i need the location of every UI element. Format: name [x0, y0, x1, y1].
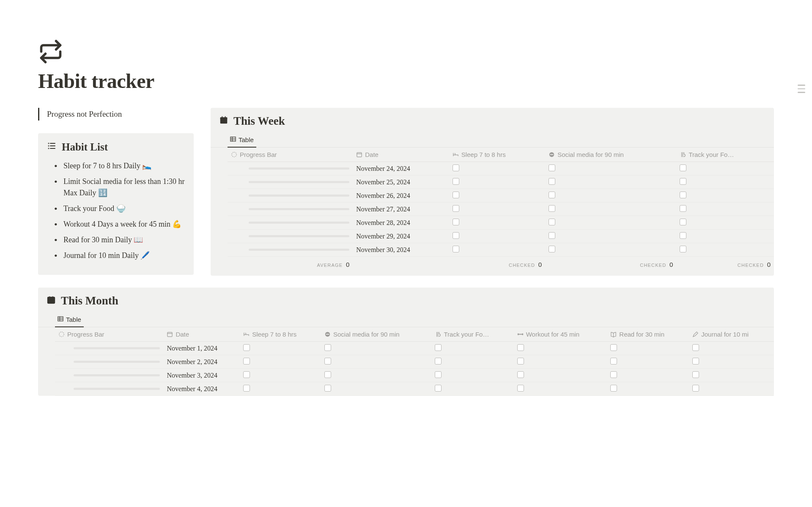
checkbox[interactable] [517, 371, 524, 378]
habit-list-title: Habit List [62, 141, 108, 153]
progress-icon [58, 331, 65, 337]
table-row[interactable]: November 3, 2024 [55, 369, 774, 382]
checkbox[interactable] [517, 358, 524, 364]
checkbox[interactable] [517, 385, 524, 392]
checkbox[interactable] [549, 178, 555, 185]
col-read[interactable]: Read for 30 min [619, 331, 664, 338]
checkbox[interactable] [453, 246, 459, 252]
checkbox[interactable] [680, 232, 686, 239]
checkbox[interactable] [435, 385, 442, 392]
tab-table[interactable]: Table [228, 134, 256, 148]
checkbox[interactable] [549, 232, 555, 239]
checkbox[interactable] [549, 164, 555, 171]
avg-value: 0 [346, 261, 349, 268]
table-row[interactable]: November 29, 2024 [228, 230, 774, 243]
svg-rect-15 [357, 153, 362, 157]
table-row[interactable]: November 26, 2024 [228, 189, 774, 203]
checkbox[interactable] [610, 385, 617, 392]
progress-bar [249, 167, 349, 170]
checkbox[interactable] [610, 344, 617, 351]
tab-table-month[interactable]: Table [55, 313, 84, 327]
checkbox[interactable] [453, 219, 459, 225]
checkbox[interactable] [680, 192, 686, 198]
checkbox[interactable] [453, 192, 459, 198]
checkbox[interactable] [435, 371, 442, 378]
checkbox[interactable] [680, 246, 686, 252]
table-row[interactable]: November 1, 2024 [55, 342, 774, 355]
checked-value: 0 [669, 261, 673, 268]
date-cell: November 29, 2024 [353, 230, 449, 243]
checkbox[interactable] [680, 219, 686, 225]
checkbox[interactable] [243, 344, 250, 351]
table-row[interactable]: November 27, 2024 [228, 203, 774, 216]
table-row[interactable]: November 24, 2024 [228, 162, 774, 175]
checkbox[interactable] [692, 371, 699, 378]
checkbox[interactable] [549, 246, 555, 252]
page-outline-toggle[interactable] [798, 85, 805, 93]
table-row[interactable]: November 2, 2024 [55, 355, 774, 369]
habit-list-item[interactable]: Journal for 10 min Daily 🖊️ [54, 250, 185, 261]
habit-list-item[interactable]: Limit Social media for less than 1:30 hr… [54, 176, 185, 199]
checkbox[interactable] [610, 358, 617, 364]
checkbox[interactable] [549, 219, 555, 225]
checkbox[interactable] [453, 205, 459, 212]
progress-bar [249, 195, 349, 197]
habit-list-item[interactable]: Track your Food 🍚 [54, 203, 185, 214]
habit-list-item[interactable]: Workout 4 Days a week for 45 min 💪 [54, 219, 185, 230]
checkbox[interactable] [324, 371, 331, 378]
checkbox[interactable] [680, 178, 686, 185]
checkbox[interactable] [549, 192, 555, 198]
checkbox[interactable] [453, 164, 459, 171]
this-month-title: This Month [61, 294, 118, 307]
checkbox[interactable] [680, 205, 686, 212]
checkbox[interactable] [517, 344, 524, 351]
checkbox[interactable] [243, 385, 250, 392]
checkbox[interactable] [610, 371, 617, 378]
week-table: Progress Bar Date Sleep 7 to 8 hrs Socia… [228, 148, 774, 271]
checkbox[interactable] [243, 371, 250, 378]
col-progress[interactable]: Progress Bar [67, 331, 104, 338]
col-workout[interactable]: Workout for 45 min [526, 331, 579, 338]
date-icon [356, 151, 362, 158]
checkbox[interactable] [453, 232, 459, 239]
checkbox[interactable] [692, 344, 699, 351]
table-row[interactable]: November 25, 2024 [228, 175, 774, 189]
checked-label: CHECKED [509, 263, 535, 268]
page-title[interactable]: Habit tracker [38, 69, 774, 93]
col-date[interactable]: Date [176, 331, 189, 338]
svg-point-3 [49, 143, 49, 144]
table-row[interactable]: November 28, 2024 [228, 216, 774, 230]
quote-block[interactable]: Progress not Perfection [38, 108, 194, 121]
col-date[interactable]: Date [365, 151, 379, 158]
bed-icon [453, 151, 459, 158]
habit-list-item[interactable]: Sleep for 7 to 8 hrs Daily 🛌 [54, 160, 185, 172]
col-progress[interactable]: Progress Bar [240, 151, 277, 158]
svg-point-14 [232, 152, 236, 157]
checkbox[interactable] [324, 385, 331, 392]
progress-bar [74, 374, 160, 376]
checkbox[interactable] [324, 344, 331, 351]
col-sleep[interactable]: Sleep 7 to 8 hrs [252, 331, 296, 338]
habit-list: Sleep for 7 to 8 hrs Daily 🛌 Limit Socia… [47, 160, 185, 261]
checkbox[interactable] [435, 358, 442, 364]
table-row[interactable]: November 4, 2024 [55, 382, 774, 396]
checkbox[interactable] [680, 164, 686, 171]
checkbox[interactable] [453, 178, 459, 185]
col-social[interactable]: Social media for 90 min [333, 331, 400, 338]
col-journal[interactable]: Journal for 10 mi [701, 331, 749, 338]
svg-point-5 [49, 148, 49, 149]
checkbox[interactable] [324, 358, 331, 364]
col-social[interactable]: Social media for 90 min [557, 151, 624, 158]
col-sleep[interactable]: Sleep 7 to 8 hrs [461, 151, 506, 158]
col-track[interactable]: Track your Fo… [444, 331, 489, 338]
col-track[interactable]: Track your Fo… [689, 151, 734, 158]
progress-bar [249, 235, 349, 237]
checkbox[interactable] [243, 358, 250, 364]
checkbox[interactable] [692, 385, 699, 392]
checkbox[interactable] [692, 358, 699, 364]
progress-bar [249, 222, 349, 224]
habit-list-item[interactable]: Read for 30 min Daily 📖 [54, 234, 185, 246]
checkbox[interactable] [435, 344, 442, 351]
table-row[interactable]: November 30, 2024 [228, 243, 774, 257]
checkbox[interactable] [549, 205, 555, 212]
